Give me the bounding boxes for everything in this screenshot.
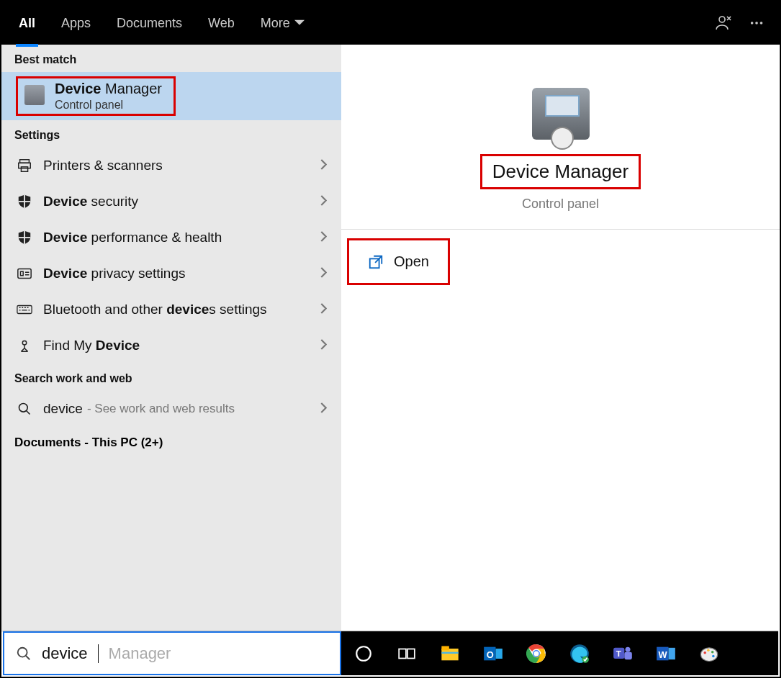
text-cursor bbox=[98, 644, 99, 663]
settings-item-device-privacy[interactable]: Device privacy settings bbox=[1, 256, 341, 292]
chevron-right-icon bbox=[320, 339, 327, 353]
tab-more[interactable]: More bbox=[258, 3, 307, 44]
svg-rect-22 bbox=[496, 649, 503, 659]
search-icon bbox=[16, 646, 32, 662]
taskbar: O T W bbox=[341, 631, 778, 675]
svg-point-0 bbox=[719, 17, 725, 22]
taskbar-file-explorer-icon[interactable] bbox=[438, 641, 462, 666]
more-options-icon[interactable] bbox=[748, 14, 765, 32]
svg-point-38 bbox=[711, 650, 714, 653]
svg-text:W: W bbox=[659, 649, 668, 659]
svg-rect-16 bbox=[407, 649, 415, 658]
settings-item-label: Find My Device bbox=[43, 338, 320, 353]
svg-point-39 bbox=[712, 654, 715, 657]
svg-point-37 bbox=[707, 649, 710, 651]
svg-rect-19 bbox=[441, 651, 458, 653]
chevron-right-icon bbox=[320, 267, 327, 281]
tab-web[interactable]: Web bbox=[205, 3, 238, 44]
svg-text:T: T bbox=[616, 648, 621, 657]
settings-heading: Settings bbox=[1, 120, 341, 148]
open-external-icon bbox=[368, 254, 384, 270]
settings-item-label: Bluetooth and other devices settings bbox=[43, 302, 320, 317]
tab-all[interactable]: All bbox=[16, 3, 38, 44]
documents-heading: Documents - This PC (2+) bbox=[1, 427, 341, 456]
open-label: Open bbox=[394, 253, 429, 270]
svg-rect-17 bbox=[441, 649, 458, 660]
settings-item-label: Printers & scanners bbox=[43, 158, 320, 173]
settings-item-label: Device security bbox=[43, 194, 320, 209]
open-action[interactable]: Open bbox=[347, 238, 450, 285]
svg-point-10 bbox=[22, 341, 27, 346]
taskbar-word-icon[interactable]: W bbox=[654, 641, 678, 666]
svg-rect-15 bbox=[399, 649, 406, 658]
svg-point-14 bbox=[356, 646, 371, 661]
search-work-web-heading: Search work and web bbox=[1, 364, 341, 391]
svg-point-3 bbox=[760, 22, 763, 24]
best-match-heading: Best match bbox=[1, 45, 341, 72]
settings-item-label: Device privacy settings bbox=[43, 266, 320, 281]
best-match-result[interactable]: Device Manager Control panel bbox=[1, 72, 341, 120]
chevron-right-icon bbox=[320, 231, 327, 245]
svg-rect-18 bbox=[441, 646, 449, 650]
device-manager-icon bbox=[24, 85, 45, 105]
taskbar-teams-icon[interactable]: T bbox=[610, 641, 635, 666]
svg-rect-8 bbox=[21, 271, 24, 276]
search-filter-tabs: All Apps Documents Web More bbox=[1, 1, 780, 45]
device-manager-large-icon bbox=[532, 88, 590, 140]
svg-point-11 bbox=[19, 404, 28, 412]
svg-rect-31 bbox=[624, 651, 632, 659]
chevron-right-icon bbox=[320, 303, 327, 317]
search-icon bbox=[16, 400, 33, 418]
svg-rect-34 bbox=[669, 647, 675, 659]
tab-documents[interactable]: Documents bbox=[114, 3, 185, 44]
svg-rect-7 bbox=[18, 269, 31, 279]
chevron-down-icon bbox=[294, 18, 305, 28]
settings-item-device-performance[interactable]: Device performance & health bbox=[1, 220, 341, 256]
find-device-icon bbox=[16, 337, 33, 354]
search-typed-text: device bbox=[42, 644, 88, 663]
results-panel: Best match Device Manager Control panel … bbox=[1, 45, 341, 632]
svg-text:O: O bbox=[487, 649, 494, 659]
taskbar-cortana-icon[interactable] bbox=[351, 641, 376, 666]
svg-point-2 bbox=[755, 22, 758, 24]
search-web-tail: - See work and web results bbox=[87, 402, 320, 416]
search-autocomplete-ghost: Manager bbox=[109, 644, 171, 663]
divider bbox=[341, 229, 780, 230]
printer-icon bbox=[16, 157, 33, 174]
details-panel: Device Manager Control panel Open bbox=[341, 45, 780, 632]
svg-point-1 bbox=[751, 22, 754, 24]
taskbar-taskview-icon[interactable] bbox=[395, 641, 419, 666]
taskbar-paint-icon[interactable] bbox=[697, 641, 721, 666]
svg-point-36 bbox=[703, 651, 706, 654]
search-web-query: device bbox=[43, 401, 83, 417]
settings-item-bluetooth-devices[interactable]: Bluetooth and other devices settings bbox=[1, 292, 341, 328]
search-input[interactable]: device Manager bbox=[3, 631, 341, 675]
best-match-title: Device Manager bbox=[55, 81, 327, 97]
annotation-highlight: Device Manager bbox=[480, 154, 641, 189]
tab-apps[interactable]: Apps bbox=[58, 3, 94, 44]
taskbar-edge-icon[interactable] bbox=[567, 641, 592, 666]
settings-item-label: Device performance & health bbox=[43, 230, 320, 245]
svg-point-13 bbox=[18, 647, 27, 657]
taskbar-outlook-icon[interactable]: O bbox=[481, 641, 505, 666]
search-web-item[interactable]: device - See work and web results bbox=[1, 391, 341, 427]
best-match-subtitle: Control panel bbox=[55, 99, 327, 112]
chevron-right-icon bbox=[320, 159, 327, 173]
chevron-right-icon bbox=[320, 195, 327, 209]
chevron-right-icon bbox=[320, 402, 327, 416]
shield-icon bbox=[16, 193, 33, 210]
settings-item-device-security[interactable]: Device security bbox=[1, 184, 341, 220]
svg-rect-6 bbox=[21, 167, 27, 171]
settings-item-printers-scanners[interactable]: Printers & scanners bbox=[1, 148, 341, 184]
shield-icon bbox=[16, 229, 33, 246]
svg-rect-9 bbox=[17, 306, 32, 314]
settings-item-find-my-device[interactable]: Find My Device bbox=[1, 328, 341, 364]
detail-subtitle: Control panel bbox=[341, 197, 780, 212]
detail-title: Device Manager bbox=[492, 161, 628, 183]
taskbar-chrome-icon[interactable] bbox=[524, 641, 549, 666]
keyboard-icon bbox=[16, 301, 33, 318]
privacy-icon bbox=[16, 265, 33, 282]
profile-icon[interactable] bbox=[715, 14, 732, 32]
svg-point-30 bbox=[626, 646, 631, 651]
svg-point-25 bbox=[534, 651, 539, 656]
